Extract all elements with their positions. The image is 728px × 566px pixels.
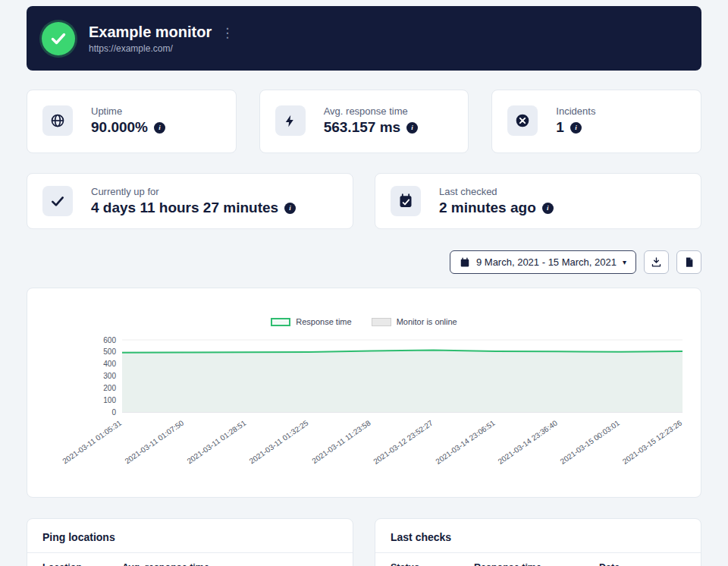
stat-card-uptime: Uptime 90.000% i <box>27 90 237 153</box>
monitor-header-text: Example monitor https://example.com/ <box>89 23 212 54</box>
svg-text:2021-03-14 23:36:40: 2021-03-14 23:36:40 <box>497 418 560 466</box>
stat-value: 4 days 11 hours 27 minutes <box>91 200 278 216</box>
calendar-icon <box>460 257 470 268</box>
column-header: Location <box>42 562 122 566</box>
legend-response-time: Response time <box>271 317 351 326</box>
svg-text:0: 0 <box>111 408 116 417</box>
info-icon[interactable]: i <box>406 122 418 134</box>
monitor-title: Example monitor <box>89 23 212 41</box>
response-time-chart-card: Response time Monitor is online 01002003… <box>27 288 701 498</box>
svg-text:2021-03-15 12:23:26: 2021-03-15 12:23:26 <box>621 418 684 466</box>
info-icon[interactable]: i <box>154 122 165 134</box>
kebab-menu-icon[interactable]: ⋮ <box>221 27 234 39</box>
download-button[interactable] <box>644 250 669 274</box>
stat-card-last-checked: Last checked 2 minutes ago i <box>375 173 701 229</box>
svg-text:2021-03-11 11:23:58: 2021-03-11 11:23:58 <box>310 418 372 465</box>
svg-text:2021-03-14 23:06:51: 2021-03-14 23:06:51 <box>434 418 497 466</box>
stat-body: Avg. response time 563.157 ms i <box>324 105 418 136</box>
monitor-url: https://example.com/ <box>89 43 212 54</box>
column-header: Status <box>391 562 474 566</box>
stat-label: Incidents <box>556 105 595 117</box>
stat-body: Last checked 2 minutes ago i <box>439 186 554 216</box>
incident-icon <box>507 105 538 136</box>
stat-label: Currently up for <box>91 186 296 197</box>
check-icon <box>42 186 73 216</box>
ping-locations-panel: Ping locations Location Avg. response ti… <box>27 518 353 566</box>
column-header: Avg. response time <box>122 562 337 566</box>
info-icon[interactable]: i <box>542 203 554 214</box>
date-range-label: 9 March, 2021 - 15 March, 2021 <box>476 256 617 268</box>
stat-value: 563.157 ms <box>324 119 400 136</box>
bottom-panels: Ping locations Location Avg. response ti… <box>27 518 701 566</box>
panel-title: Ping locations <box>27 519 353 552</box>
info-icon[interactable]: i <box>570 122 582 134</box>
panel-title: Last checks <box>375 519 701 552</box>
legend-monitor-online: Monitor is online <box>372 317 457 326</box>
svg-text:100: 100 <box>103 396 116 404</box>
stat-label: Last checked <box>439 186 554 197</box>
column-header: Response time <box>474 562 599 566</box>
pdf-file-icon <box>684 256 695 268</box>
report-toolbar: 9 March, 2021 - 15 March, 2021 ▾ <box>27 250 701 274</box>
svg-text:2021-03-12 23:52:27: 2021-03-12 23:52:27 <box>372 418 435 466</box>
svg-text:400: 400 <box>103 360 116 368</box>
stat-label: Avg. response time <box>324 105 418 117</box>
monitor-online-swatch <box>372 318 391 326</box>
response-time-swatch <box>271 318 290 326</box>
bolt-icon <box>275 105 306 136</box>
date-range-picker[interactable]: 9 March, 2021 - 15 March, 2021 ▾ <box>450 250 636 274</box>
stat-body: Uptime 90.000% i <box>91 105 165 136</box>
stat-card-incidents: Incidents 1 i <box>491 90 701 153</box>
svg-text:200: 200 <box>103 384 116 392</box>
stat-value: 2 minutes ago <box>439 200 536 216</box>
svg-text:2021-03-15 00:03:01: 2021-03-15 00:03:01 <box>559 418 622 466</box>
svg-text:500: 500 <box>103 347 116 356</box>
legend-label: Response time <box>296 317 351 326</box>
stat-body: Incidents 1 i <box>556 105 595 136</box>
globe-icon <box>42 105 73 136</box>
stats-row-1: Uptime 90.000% i Avg. response time 563.… <box>27 90 701 153</box>
calendar-check-icon <box>391 186 421 216</box>
column-header: Date <box>599 562 686 566</box>
stat-body: Currently up for 4 days 11 hours 27 minu… <box>91 186 296 216</box>
svg-text:300: 300 <box>103 372 116 380</box>
svg-text:600: 600 <box>103 336 116 344</box>
stat-value: 90.000% <box>91 119 148 136</box>
svg-text:2021-03-11 01:28:51: 2021-03-11 01:28:51 <box>186 418 248 465</box>
monitor-up-status-icon <box>42 22 75 55</box>
svg-text:2021-03-11 01:32:25: 2021-03-11 01:32:25 <box>248 418 310 465</box>
download-icon <box>651 256 662 268</box>
response-time-chart: 01002003004005006002021-03-11 01:05:3120… <box>42 334 687 489</box>
monitor-page: Example monitor https://example.com/ ⋮ U… <box>0 0 728 566</box>
chevron-down-icon: ▾ <box>623 258 626 266</box>
chart-legend: Response time Monitor is online <box>42 317 686 326</box>
stats-row-2: Currently up for 4 days 11 hours 27 minu… <box>27 173 701 229</box>
legend-label: Monitor is online <box>397 317 457 326</box>
stat-card-currently-up: Currently up for 4 days 11 hours 27 minu… <box>27 173 353 229</box>
last-checks-panel: Last checks Status Response time Date <box>375 518 701 566</box>
export-pdf-button[interactable] <box>676 250 701 274</box>
monitor-header: Example monitor https://example.com/ ⋮ <box>27 6 701 71</box>
svg-text:2021-03-11 01:07:50: 2021-03-11 01:07:50 <box>123 418 185 465</box>
last-checks-header-row: Status Response time Date <box>375 553 701 566</box>
stat-value: 1 <box>556 119 564 136</box>
chart-area: 01002003004005006002021-03-11 01:05:3120… <box>42 334 686 492</box>
stat-label: Uptime <box>91 105 165 117</box>
svg-text:2021-03-11 01:05:31: 2021-03-11 01:05:31 <box>61 418 123 465</box>
info-icon[interactable]: i <box>284 203 296 214</box>
stat-card-avg-response: Avg. response time 563.157 ms i <box>259 90 469 153</box>
ping-locations-header-row: Location Avg. response time <box>27 553 353 566</box>
